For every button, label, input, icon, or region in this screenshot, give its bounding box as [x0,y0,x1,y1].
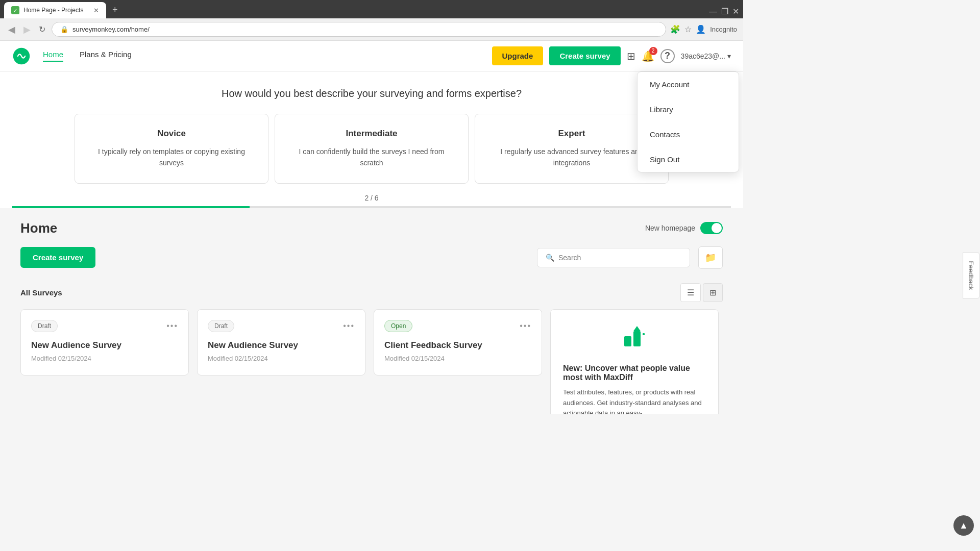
chevron-down-icon: ▾ [727,52,731,60]
progress-bar-container [12,206,731,208]
grid-icon-button[interactable]: ⊞ [627,50,635,62]
new-tab-button[interactable]: + [108,3,122,17]
promo-description: Test attributes, features, or products w… [563,387,706,414]
browser-tab-active[interactable]: ✓ Home Page - Projects ✕ [4,2,106,18]
survey-1-name: New Audience Survey [31,340,178,350]
url-text: surveymonkey.com/home/ [72,26,150,33]
intermediate-description: I can confidently build the surveys I ne… [287,146,456,169]
new-homepage-label: New homepage [645,224,695,232]
help-button[interactable]: ? [660,49,675,63]
grid-view-button[interactable]: ⊞ [703,283,723,302]
survey-card-2[interactable]: Draft ••• New Audience Survey Modified 0… [197,309,365,375]
survey-3-modified: Modified 02/15/2024 [384,355,531,362]
search-input[interactable] [558,254,681,262]
home-title: Home [20,220,57,236]
lock-icon: 🔒 [60,26,68,33]
create-survey-header-button[interactable]: Create survey [549,46,620,65]
home-header: Home New homepage [20,220,723,236]
close-window-button[interactable]: ✕ [732,7,739,16]
nav-plans[interactable]: Plans & Pricing [80,50,132,62]
forward-button[interactable]: ▶ [21,22,33,37]
survey-1-menu-button[interactable]: ••• [166,321,178,331]
svg-rect-1 [624,336,631,346]
svg-rect-2 [633,331,641,346]
expertise-card-intermediate[interactable]: Intermediate I can confidently build the… [275,114,469,184]
toggle-switch[interactable] [700,222,723,234]
surveys-header: All Surveys ☰ ⊞ [20,283,723,302]
main-nav: Home Plans & Pricing [43,50,492,62]
survey-card-3-header: Open ••• [384,320,531,332]
expertise-title: How would you best describe your surveyi… [12,88,731,99]
browser-nav-bar: ◀ ▶ ↻ 🔒 surveymonkey.com/home/ 🧩 ☆ 👤 Inc… [0,18,743,41]
expertise-card-novice[interactable]: Novice I typically rely on templates or … [75,114,268,184]
user-menu-button[interactable]: 39ac6e23@... ▾ [681,52,731,60]
surveys-section: All Surveys ☰ ⊞ Draft ••• New Audience S… [20,283,723,414]
maximize-button[interactable]: ❐ [721,7,728,16]
new-homepage-toggle-container: New homepage [645,222,723,234]
actions-row: Create survey 🔍 📁 [20,246,723,269]
survey-card-1-header: Draft ••• [31,320,178,332]
incognito-label: Incognito [710,26,737,33]
search-box[interactable]: 🔍 [537,248,690,267]
survey-2-badge: Draft [208,320,234,332]
dropdown-item-my-account[interactable]: My Account [638,72,739,97]
survey-3-name: Client Feedback Survey [384,340,531,350]
upgrade-button[interactable]: Upgrade [492,46,544,65]
list-view-button[interactable]: ☰ [680,283,701,302]
survey-2-modified: Modified 02/15/2024 [208,355,355,362]
refresh-button[interactable]: ↻ [37,22,47,36]
bookmark-icon[interactable]: ☆ [684,24,692,34]
user-dropdown-menu: My Account Library Contacts Sign Out [637,71,739,172]
window-controls: — ❐ ✕ [709,7,739,16]
address-bar[interactable]: 🔒 surveymonkey.com/home/ [52,22,666,37]
view-toggle: ☰ ⊞ [680,283,723,302]
expertise-progress: 2 / 6 [12,194,731,206]
search-icon: 🔍 [546,254,554,262]
surveys-grid: Draft ••• New Audience Survey Modified 0… [20,309,723,414]
progress-bar-fill [12,206,250,208]
folder-button[interactable]: 📁 [698,246,723,269]
novice-description: I typically rely on templates or copying… [87,146,256,169]
user-email: 39ac6e23@... [681,52,725,60]
promo-title: New: Uncover what people value most with… [563,364,706,382]
main-content: Home New homepage Create survey 🔍 📁 All … [0,208,743,414]
survey-3-badge: Open [384,320,412,332]
survey-2-menu-button[interactable]: ••• [343,321,355,331]
create-survey-main-button[interactable]: Create survey [20,247,95,268]
survey-2-name: New Audience Survey [208,340,355,350]
dropdown-item-sign-out[interactable]: Sign Out [638,147,739,172]
minimize-button[interactable]: — [709,7,717,16]
nav-home[interactable]: Home [43,50,63,62]
extensions-icon[interactable]: 🧩 [670,24,680,34]
browser-chrome: ✓ Home Page - Projects ✕ + — ❐ ✕ [0,0,743,18]
svg-marker-3 [633,326,641,331]
promo-card[interactable]: New: Uncover what people value most with… [550,309,719,414]
profile-icon[interactable]: 👤 [696,24,706,34]
survey-1-badge: Draft [31,320,58,332]
dropdown-item-contacts[interactable]: Contacts [638,122,739,147]
survey-3-menu-button[interactable]: ••• [520,321,531,331]
novice-title: Novice [87,129,256,139]
expert-description: I regularly use advanced survey features… [487,146,656,169]
tab-close-icon[interactable]: ✕ [93,7,99,14]
survey-card-1[interactable]: Draft ••• New Audience Survey Modified 0… [20,309,189,375]
toggle-knob [712,223,722,233]
expertise-cards-container: Novice I typically rely on templates or … [12,114,731,184]
app-header: Home Plans & Pricing Upgrade Create surv… [0,41,743,71]
expert-title: Expert [487,129,656,139]
back-button[interactable]: ◀ [6,22,17,37]
promo-icon [563,322,706,358]
tab-title: Home Page - Projects [23,7,89,14]
svg-rect-4 [643,333,645,335]
survey-card-2-header: Draft ••• [208,320,355,332]
survey-1-modified: Modified 02/15/2024 [31,355,178,362]
survey-card-3[interactable]: Open ••• Client Feedback Survey Modified… [374,309,542,375]
tab-favicon: ✓ [11,6,19,14]
intermediate-title: Intermediate [287,129,456,139]
dropdown-item-library[interactable]: Library [638,97,739,122]
logo[interactable] [12,47,31,65]
all-surveys-label: All Surveys [20,288,62,297]
expertise-overlay: How would you best describe your surveyi… [0,71,743,208]
notification-button[interactable]: 🔔 2 [642,50,654,62]
notification-badge: 2 [649,47,657,55]
